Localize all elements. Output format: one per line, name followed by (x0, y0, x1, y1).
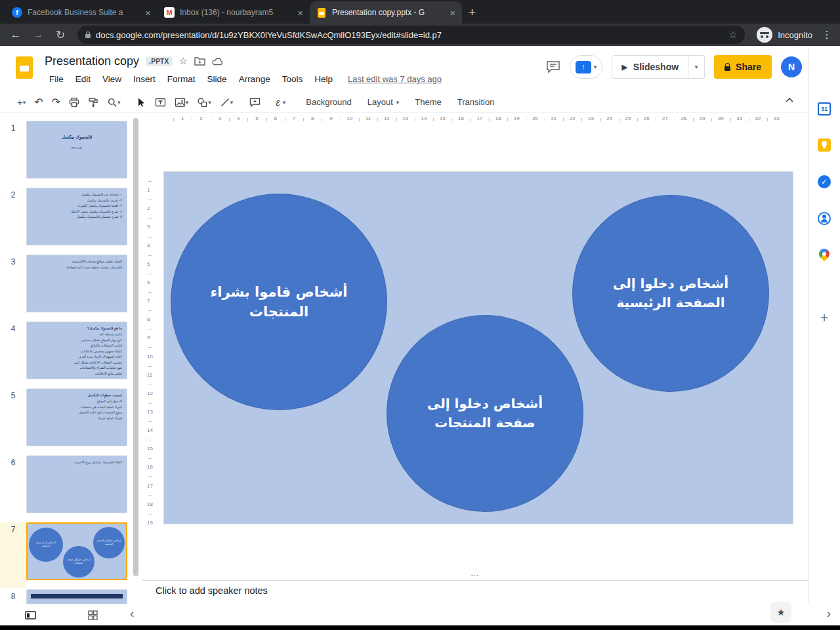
maps-icon[interactable] (817, 247, 832, 262)
paint-format-button[interactable] (88, 97, 98, 108)
document-title[interactable]: Presentation copy (45, 54, 139, 68)
slide-thumbnail[interactable]: أشخاص قاموا بشراء المنتجاتأشخاص دخلوا إل… (26, 522, 127, 580)
slideshow-button[interactable]: ▶ Slideshow (612, 55, 688, 79)
browser-menu-icon[interactable]: ⋮ (820, 29, 833, 41)
move-folder-icon[interactable] (194, 56, 205, 66)
filmstrip-view-icon[interactable] (25, 610, 36, 620)
cloud-status-icon[interactable] (212, 57, 224, 66)
slide-thumbnail-row-2[interactable]: 2١- مقدمة عن فايسبوك بيكسل٢- تعريف فايسب… (0, 188, 133, 255)
bottom-bar: ‹ › (0, 604, 840, 630)
insert-image-button[interactable]: ▾ (175, 97, 189, 108)
layout-button[interactable]: Layout▾ (361, 94, 406, 110)
slide-thumbnail-row-3[interactable]: 3العمل تطوير مواقع ومتاجر الالكترونيةفاي… (0, 255, 133, 322)
menu-view[interactable]: View (98, 72, 126, 86)
page: f Facebook Business Suite a × M Inbox (1… (0, 0, 840, 630)
slide-thumbnail[interactable]: تنصيب خطوات البكسلالدخول إلى الموقعاجراء… (26, 388, 127, 446)
slide-thumbnail[interactable]: فايسبوك بيكسلنور بيرم (26, 121, 127, 178)
tab-close-icon[interactable]: × (145, 7, 151, 18)
insert-shape-button[interactable]: ▾ (197, 97, 211, 108)
slide-number: 1 (0, 121, 26, 188)
comment-history-icon[interactable] (546, 60, 560, 74)
present-button[interactable]: ↑ ▾ (570, 55, 603, 79)
slide-thumbnail-row-7[interactable]: 7أشخاص قاموا بشراء المنتجاتأشخاص دخلوا إ… (0, 522, 133, 589)
bookmark-star-icon[interactable]: ☆ (729, 30, 738, 40)
print-button[interactable] (69, 97, 79, 108)
contacts-icon[interactable] (818, 212, 831, 225)
last-edit-link[interactable]: Last edit was 7 days ago (348, 74, 442, 84)
back-button[interactable]: ← (7, 28, 25, 41)
incognito-label: Incognito (778, 30, 812, 40)
theme-button[interactable]: Theme (408, 94, 448, 110)
new-tab-button[interactable]: + (469, 5, 476, 20)
grid-view-icon[interactable] (88, 610, 98, 620)
tab-close-icon[interactable]: × (297, 7, 303, 18)
menu-help[interactable]: Help (310, 72, 337, 86)
forward-button[interactable]: → (29, 28, 47, 41)
tab-gmail-inbox[interactable]: M Inbox (136) - nourbayram5 × (158, 1, 310, 24)
speaker-notes-placeholder[interactable]: Click to add speaker notes (156, 585, 268, 596)
slide-thumbnail[interactable]: انشاء فايسبوك بيكسل بربح الانترنت (26, 455, 127, 513)
slide-thumbnail[interactable]: ١- مقدمة عن فايسبوك بيكسل٢- تعريف فايسبو… (26, 188, 127, 245)
add-addon-icon[interactable]: ＋ (818, 308, 831, 326)
shape-circle-products[interactable]: أشخاص دخلوا إلى صفحة المنتجات (387, 315, 583, 512)
shape-circle-purchase[interactable]: أشخاص قاموا بشراء المنتجات (171, 194, 387, 410)
star-document-icon[interactable]: ☆ (179, 55, 188, 67)
calendar-icon[interactable]: 31 (818, 102, 831, 116)
menu-format[interactable]: Format (163, 72, 200, 86)
slide-editor[interactable]: أشخاص قاموا بشراء المنتجات أشخاص دخلوا إ… (164, 172, 793, 524)
tab-close-icon[interactable]: × (450, 7, 455, 18)
slide-thumbnail[interactable]: العمل تطوير مواقع ومتاجر الالكترونيةفايس… (26, 255, 127, 312)
insert-comment-button[interactable] (249, 97, 261, 108)
slides-logo[interactable] (16, 56, 33, 79)
menu-slide[interactable]: Slide (203, 72, 232, 86)
equation-tool-button[interactable]: ε ▾ (276, 96, 285, 108)
menu-edit[interactable]: Edit (71, 72, 95, 86)
zoom-button[interactable]: ▾ (107, 97, 121, 108)
slideshow-dropdown[interactable]: ▾ (688, 55, 705, 79)
menu-bar: FileEditViewInsertFormatSlideArrangeTool… (45, 72, 442, 86)
slide-thumbnail[interactable]: ما هو فايسبوك بيكسل؟فكرة بسيطة عنهتتبع ز… (26, 322, 127, 379)
undo-button[interactable]: ↶ (34, 96, 43, 108)
chevron-down-icon[interactable]: ▾ (594, 64, 597, 70)
text-box-button[interactable] (155, 97, 166, 108)
redo-button[interactable]: ↷ (52, 96, 60, 108)
notes-drag-handle[interactable]: ⋯ (471, 570, 480, 580)
keep-icon[interactable] (818, 138, 831, 152)
slide-number: 6 (0, 455, 26, 522)
account-avatar[interactable]: N (781, 56, 802, 77)
speaker-notes-area[interactable]: ⋯ Click to add speaker notes (142, 580, 808, 604)
share-label: Share (736, 62, 761, 72)
address-bar[interactable]: docs.google.com/presentation/d/1u9zYBKX0… (77, 26, 745, 44)
shape-circle-homepage[interactable]: أشخاص دخلوا إلى الصفحة الرئيسية (572, 195, 769, 392)
menu-tools[interactable]: Tools (278, 72, 308, 86)
insert-line-button[interactable]: ▾ (220, 97, 234, 108)
menu-file[interactable]: File (45, 72, 68, 86)
collapse-filmstrip-icon[interactable]: ‹ (130, 606, 134, 621)
slide-thumbnail-row-5[interactable]: 5تنصيب خطوات البكسلالدخول إلى الموقعاجرا… (0, 388, 133, 455)
filmstrip-scrollbar[interactable] (133, 118, 138, 576)
tasks-icon[interactable]: ✓ (818, 175, 831, 188)
explore-button[interactable]: ★ (770, 602, 791, 623)
toolbar: +▾ ↶ ↷ ▾ ▾ ▾ ▾ (0, 92, 808, 113)
slide-number: 7 (0, 522, 26, 588)
slides-header: Presentation copy .PPTX ☆ FileEditViewIn… (0, 46, 808, 92)
select-tool-button[interactable] (136, 97, 146, 108)
refresh-button[interactable]: ↻ (51, 28, 70, 42)
slide-canvas-area: أشخاص قاموا بشراء المنتجات أشخاص دخلوا إ… (158, 126, 808, 580)
slide-thumbnail-row-4[interactable]: 4ما هو فايسبوك بيكسل؟فكرة بسيطة عنهتتبع … (0, 322, 133, 388)
slide-thumbnail-row-8[interactable]: 8 (0, 589, 133, 604)
transition-button[interactable]: Transition (451, 94, 501, 110)
tab-presentation-active[interactable]: Presentation copy.pptx - G × (310, 1, 462, 24)
menu-insert[interactable]: Insert (129, 72, 160, 86)
circle-text-line: صفحة المنتجات (434, 413, 535, 432)
collapse-menus-icon[interactable] (785, 97, 794, 103)
share-button[interactable]: Share (714, 55, 772, 79)
slide-thumbnail-row-6[interactable]: 6انشاء فايسبوك بيكسل بربح الانترنت (0, 455, 133, 522)
background-button[interactable]: Background (299, 94, 358, 110)
slide-thumbnail[interactable] (26, 589, 127, 604)
expand-side-panel-icon[interactable]: › (827, 606, 831, 621)
new-slide-button[interactable]: +▾ (17, 96, 26, 108)
menu-arrange[interactable]: Arrange (234, 72, 275, 86)
slide-thumbnail-row-1[interactable]: 1فايسبوك بيكسلنور بيرم (0, 121, 133, 188)
tab-facebook-business-suite[interactable]: f Facebook Business Suite a × (5, 1, 158, 24)
